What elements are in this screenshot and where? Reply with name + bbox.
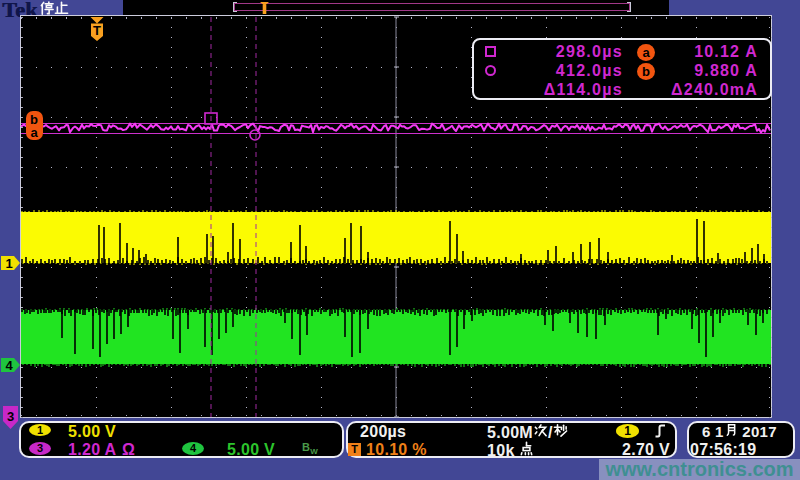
svg-text:3: 3 <box>7 409 14 424</box>
svg-text:4: 4 <box>5 358 13 373</box>
svg-text:1: 1 <box>5 256 12 271</box>
svg-text:T: T <box>93 23 101 38</box>
svg-text:a: a <box>30 125 38 140</box>
